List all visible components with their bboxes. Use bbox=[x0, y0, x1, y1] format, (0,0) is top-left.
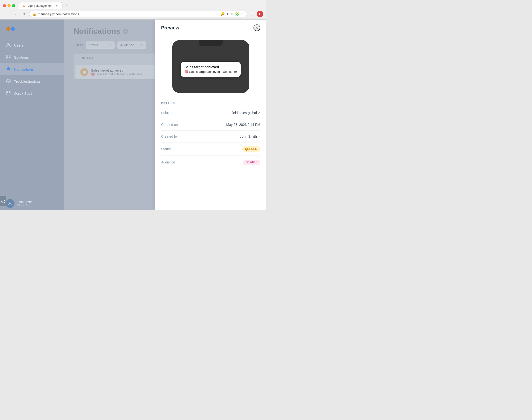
users-icon bbox=[6, 43, 11, 48]
footer-user-name: John Smith bbox=[17, 200, 32, 204]
details-value-solution: field-sales-global ↗ bbox=[231, 111, 260, 115]
sidebar-collapse-button[interactable]: ❮❮ bbox=[0, 196, 6, 206]
sidebar-item-notifications[interactable]: Notifications bbox=[0, 63, 64, 75]
troubleshooting-icon bbox=[6, 79, 11, 84]
sidebar-toggle-icon[interactable]: ▭ bbox=[241, 12, 243, 16]
external-link-icon-2: ↗ bbox=[258, 135, 260, 138]
sidebar-item-solutions[interactable]: Solutions bbox=[0, 51, 64, 63]
back-button[interactable]: ← bbox=[3, 11, 10, 17]
details-row-solution: Solution field-sales-global ↗ bbox=[161, 107, 260, 119]
details-title: DETAILS bbox=[161, 98, 260, 107]
browser-titlebar: Jigx | Management × + bbox=[0, 0, 266, 9]
new-tab-button[interactable]: + bbox=[63, 2, 70, 9]
share-icon[interactable]: ⬆ bbox=[226, 12, 229, 16]
tab-close-button[interactable]: × bbox=[55, 4, 59, 8]
details-label-created-by: Created by bbox=[161, 135, 178, 138]
details-section: DETAILS Solution field-sales-global ↗ Cr… bbox=[155, 98, 266, 210]
details-row-audience: Audience Solution bbox=[161, 156, 260, 169]
lock-icon: 🔒 bbox=[32, 12, 36, 16]
details-row-created-by: Created by John Smith ↗ bbox=[161, 131, 260, 142]
user-avatar bbox=[6, 199, 15, 208]
svg-rect-8 bbox=[7, 93, 8, 95]
details-row-created-on: Created on May 23, 2023 2:44 PM bbox=[161, 119, 260, 131]
sidebar: ◆ ◆ Users Solutions Notifica bbox=[0, 19, 64, 210]
svg-rect-5 bbox=[9, 58, 10, 59]
sidebar-item-label-troubleshooting: Troubleshooting bbox=[14, 79, 40, 83]
refresh-button[interactable]: ↻ bbox=[20, 11, 27, 17]
details-value-created-by: John Smith ↗ bbox=[240, 135, 260, 138]
preview-close-button[interactable]: × bbox=[254, 24, 260, 31]
phone-notification-card: Sales target achieved 🎯 Sale's target ac… bbox=[181, 62, 241, 77]
sidebar-item-troubleshooting[interactable]: Troubleshooting bbox=[0, 75, 64, 87]
sidebar-item-label-users: Users bbox=[14, 43, 23, 47]
app-container: ◆ ◆ Users Solutions Notifica bbox=[0, 19, 266, 210]
user-profile-button[interactable]: L bbox=[257, 11, 263, 17]
details-value-status: QUEUED bbox=[242, 146, 260, 152]
bookmark-icon[interactable]: ☆ bbox=[230, 12, 233, 16]
sidebar-item-label-quick-start: Quick Start bbox=[14, 91, 32, 95]
svg-point-1 bbox=[9, 44, 10, 45]
quick-start-icon bbox=[6, 91, 11, 96]
sidebar-logo: ◆ ◆ bbox=[0, 19, 64, 37]
traffic-lights bbox=[3, 4, 15, 7]
external-link-icon: ↗ bbox=[258, 111, 260, 115]
sidebar-item-label-solutions: Solutions bbox=[14, 55, 29, 59]
svg-rect-6 bbox=[7, 92, 8, 93]
notifications-icon bbox=[6, 67, 11, 72]
key-icon[interactable]: 🔑 bbox=[220, 12, 225, 16]
created-by-link[interactable]: John Smith ↗ bbox=[240, 135, 260, 138]
status-badge: QUEUED bbox=[242, 146, 260, 152]
sidebar-item-label-notifications: Notifications bbox=[14, 67, 34, 71]
svg-rect-3 bbox=[9, 56, 10, 57]
address-bar-row: ← → ↻ 🔒 manage.jigx.com/notifications 🔑 … bbox=[0, 9, 266, 19]
phone-notification-title: Sales target achieved bbox=[184, 65, 237, 69]
sidebar-footer: John Smith Global Inc bbox=[0, 195, 64, 210]
maximize-window-button[interactable] bbox=[12, 4, 15, 7]
details-label-audience: Audience bbox=[161, 160, 175, 164]
tab-favicon bbox=[23, 4, 26, 7]
sidebar-item-quick-start[interactable]: Quick Start bbox=[0, 87, 64, 99]
preview-title: Preview bbox=[161, 25, 179, 31]
phone-notification-body: 🎯 Sale's target achieved - well done! bbox=[184, 70, 237, 74]
tab-bar: Jigx | Management × + bbox=[19, 2, 70, 9]
details-value-audience: Solution bbox=[243, 160, 260, 165]
extensions-icon[interactable]: 🧩 bbox=[235, 12, 239, 16]
browser-chrome: Jigx | Management × + ← → ↻ 🔒 manage.jig… bbox=[0, 0, 266, 19]
svg-rect-9 bbox=[9, 93, 10, 95]
sidebar-footer-info: John Smith Global Inc bbox=[17, 200, 32, 207]
svg-rect-2 bbox=[7, 56, 8, 57]
footer-user-org: Global Inc bbox=[17, 204, 32, 207]
details-row-status: Status QUEUED bbox=[161, 142, 260, 156]
preview-panel: Preview × Sales target achieved 🎯 Sale's… bbox=[155, 19, 266, 210]
svg-rect-7 bbox=[9, 92, 10, 93]
details-value-created-on: May 23, 2023 2:44 PM bbox=[226, 123, 260, 127]
details-label-status: Status bbox=[161, 147, 171, 151]
address-bar-icons: 🔑 ⬆ ☆ 🧩 ▭ bbox=[220, 12, 243, 16]
phone-mockup: Sales target achieved 🎯 Sale's target ac… bbox=[172, 40, 249, 93]
audience-badge: Solution bbox=[243, 160, 260, 165]
active-tab[interactable]: Jigx | Management × bbox=[19, 2, 62, 9]
logo-icon-2: ◆ bbox=[10, 24, 15, 32]
svg-point-0 bbox=[7, 43, 9, 45]
minimize-window-button[interactable] bbox=[7, 4, 11, 7]
svg-rect-4 bbox=[7, 58, 8, 59]
more-options-button[interactable]: ⋮ bbox=[249, 11, 256, 17]
tab-title: Jigx | Management bbox=[28, 4, 52, 7]
phone-container: Sales target achieved 🎯 Sale's target ac… bbox=[155, 35, 266, 98]
forward-button[interactable]: → bbox=[12, 11, 18, 17]
sidebar-nav: Users Solutions Notifications Troublesho… bbox=[0, 37, 64, 195]
url-display: manage.jigx.com/notifications bbox=[38, 12, 219, 16]
details-label-created-on: Created on bbox=[161, 123, 178, 127]
solutions-icon bbox=[6, 55, 11, 60]
preview-header: Preview × bbox=[155, 19, 266, 35]
address-bar[interactable]: 🔒 manage.jigx.com/notifications 🔑 ⬆ ☆ 🧩 … bbox=[29, 11, 247, 17]
phone-notch bbox=[199, 40, 223, 46]
close-window-button[interactable] bbox=[3, 4, 6, 7]
sidebar-item-users[interactable]: Users bbox=[0, 39, 64, 51]
solution-link[interactable]: field-sales-global ↗ bbox=[231, 111, 260, 115]
browser-toolbar-icons: ⋮ L bbox=[249, 11, 263, 17]
details-label-solution: Solution bbox=[161, 111, 173, 115]
